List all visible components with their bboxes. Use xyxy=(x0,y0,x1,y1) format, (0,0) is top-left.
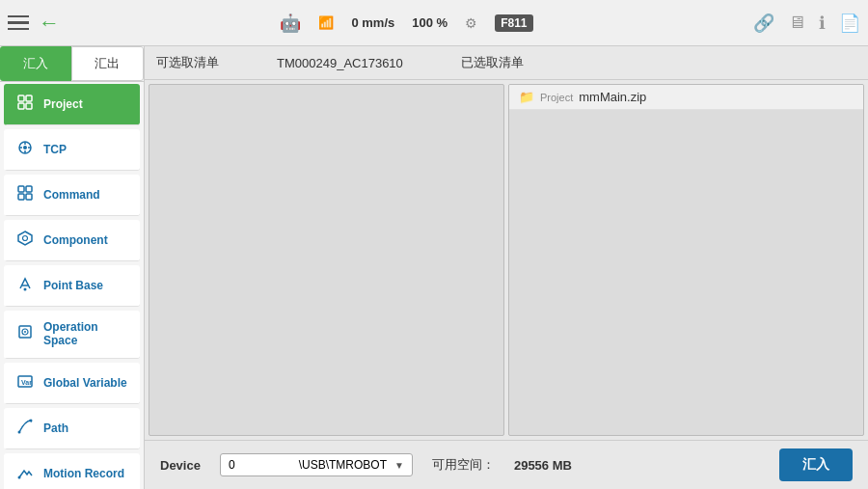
sidebar-item-command[interactable]: Command xyxy=(4,175,140,216)
monitor-icon[interactable]: 🖥 xyxy=(788,13,805,33)
sidebar-item-project[interactable]: Project xyxy=(4,84,140,125)
device-id: TM000249_AC173610 xyxy=(277,56,403,70)
sidebar-item-operation-space[interactable]: Operation Space xyxy=(4,311,140,359)
sidebar-item-label-global-variable: Global Variable xyxy=(43,376,127,390)
confirm-import-button[interactable]: 汇入 xyxy=(779,448,853,481)
global-variable-icon: Var xyxy=(16,372,36,394)
svg-point-5 xyxy=(23,146,27,149)
project-icon xyxy=(16,94,36,115)
tcp-icon xyxy=(16,139,36,160)
sidebar-item-label-motion-record: Motion Record xyxy=(43,467,124,480)
svg-text:Var: Var xyxy=(21,379,32,386)
command-icon xyxy=(16,184,36,205)
svg-rect-3 xyxy=(26,103,32,109)
svg-rect-0 xyxy=(18,95,24,101)
folder-icon: 📁 xyxy=(519,90,534,104)
svg-rect-2 xyxy=(18,103,24,109)
percent-value: 100 % xyxy=(412,15,448,30)
menu-icon[interactable] xyxy=(8,15,29,31)
panel-item-type: Project xyxy=(540,92,573,103)
sidebar-item-path[interactable]: Path xyxy=(4,408,140,449)
f811-badge: F811 xyxy=(495,14,532,32)
svg-rect-11 xyxy=(26,186,32,192)
component-icon xyxy=(16,230,36,251)
panel-item-name: mmMain.zip xyxy=(579,90,646,104)
dropdown-arrow-icon: ▼ xyxy=(394,460,404,471)
sidebar-item-point-base[interactable]: Point Base xyxy=(4,265,140,307)
device-label: Device xyxy=(160,458,201,473)
svg-point-16 xyxy=(24,288,27,291)
content-panels: 📁 Project mmMain.zip xyxy=(145,80,868,440)
available-list-panel xyxy=(149,84,504,436)
operation-space-icon xyxy=(16,323,36,344)
sidebar-item-label-path: Path xyxy=(43,421,68,435)
available-space-label: 可用空间： xyxy=(432,456,495,474)
speed-value: 0 mm/s xyxy=(351,15,394,30)
svg-rect-13 xyxy=(26,194,32,200)
export-button[interactable]: 汇出 xyxy=(71,46,145,81)
connect-icon[interactable]: 🔗 xyxy=(753,13,774,34)
topbar: ← 🤖 📶 0 mm/s 100 % ⚙ F811 🔗 🖥 ℹ 📄 xyxy=(0,0,868,46)
sidebar-item-tcp[interactable]: TCP xyxy=(4,129,140,171)
sidebar-item-label-operation-space: Operation Space xyxy=(43,320,130,348)
content-header: 可选取清单 TM000249_AC173610 已选取清单 xyxy=(145,46,868,80)
network-icon: 📶 xyxy=(318,15,334,30)
panel-item-project: 📁 Project mmMain.zip xyxy=(509,85,863,110)
path-icon xyxy=(16,418,36,439)
sidebar-item-label-component: Component xyxy=(43,233,108,247)
svg-point-22 xyxy=(18,430,21,433)
svg-rect-1 xyxy=(26,95,32,101)
device-select-dropdown[interactable]: 0 \USB\TMROBOT ▼ xyxy=(220,453,413,476)
selected-list-label: 已选取清单 xyxy=(461,54,524,71)
sidebar-item-label-point-base: Point Base xyxy=(43,279,103,292)
sidebar-item-label-command: Command xyxy=(43,188,100,202)
svg-rect-12 xyxy=(18,194,24,200)
sidebar-top-buttons: 汇入 汇出 xyxy=(0,46,144,82)
sidebar-item-global-variable[interactable]: Var Global Variable xyxy=(4,363,140,404)
sidebar-item-motion-record[interactable]: Motion Record xyxy=(4,453,140,489)
robot-icon: 🤖 xyxy=(280,13,301,34)
svg-point-25 xyxy=(18,475,21,478)
space-value: 29556 MB xyxy=(514,458,572,473)
sidebar: 汇入 汇出 Project xyxy=(0,46,145,489)
import-button[interactable]: 汇入 xyxy=(0,46,71,81)
content-area: 可选取清单 TM000249_AC173610 已选取清单 📁 Project … xyxy=(145,46,868,489)
device-select-number: 0 xyxy=(229,458,291,472)
back-icon[interactable]: ← xyxy=(39,11,60,36)
sidebar-item-label-project: Project xyxy=(43,97,83,111)
sidebar-item-label-tcp: TCP xyxy=(43,143,67,156)
gear-icon: ⚙ xyxy=(465,15,477,31)
svg-rect-10 xyxy=(18,186,24,192)
motion-record-icon xyxy=(16,463,36,484)
main-content: 汇入 汇出 Project xyxy=(0,46,868,489)
svg-point-19 xyxy=(24,331,26,333)
bottom-bar: Device 0 \USB\TMROBOT ▼ 可用空间： 29556 MB 汇… xyxy=(145,440,868,489)
point-base-icon xyxy=(16,275,36,296)
svg-point-14 xyxy=(23,236,28,241)
sidebar-item-component[interactable]: Component xyxy=(4,220,140,261)
doc-icon[interactable]: 📄 xyxy=(839,13,860,34)
info-icon[interactable]: ℹ xyxy=(819,13,826,34)
available-list-label: 可选取清单 xyxy=(156,54,219,71)
device-select-path: \USB\TMROBOT xyxy=(299,458,387,472)
selected-list-panel: 📁 Project mmMain.zip xyxy=(508,84,864,436)
